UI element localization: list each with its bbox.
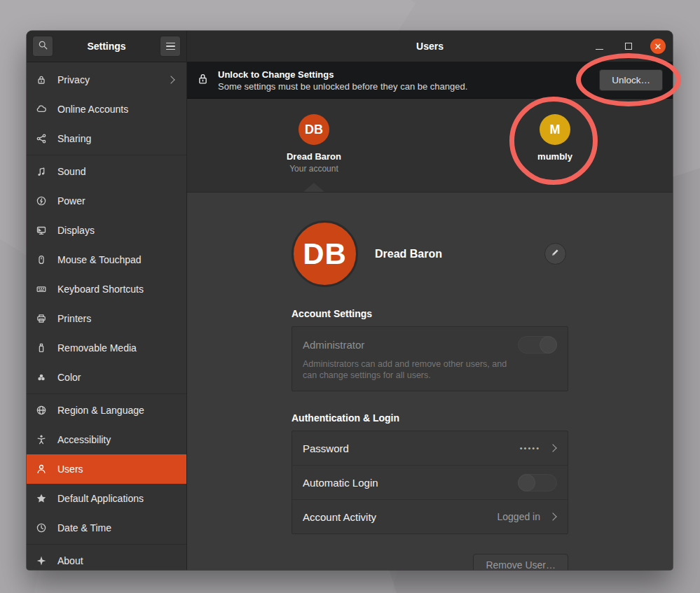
rename-button[interactable] [544, 243, 566, 265]
remove-user-button[interactable]: Remove User… [473, 554, 568, 570]
power-icon [35, 195, 48, 207]
sidebar-item-label: Accessibility [57, 434, 111, 445]
sidebar-separator [27, 155, 186, 155]
sidebar-item-date-time[interactable]: Date & Time [27, 513, 186, 543]
password-value: ••••• [520, 444, 540, 452]
sidebar-nav: Privacy Online Accounts Sharing Sound Po… [27, 62, 186, 570]
sidebar-item-label: Sharing [57, 133, 91, 144]
menu-button[interactable] [160, 36, 181, 57]
sidebar-item-printers[interactable]: Printers [27, 304, 186, 333]
sidebar-item-label: Region & Language [57, 405, 144, 416]
lock-icon [197, 72, 209, 88]
sidebar-item-default-applications[interactable]: Default Applications [27, 484, 186, 513]
user-icon [35, 463, 48, 475]
maximize-button[interactable] [621, 39, 636, 54]
sidebar-item-label: Power [57, 195, 85, 207]
sidebar-item-color[interactable]: Color [27, 363, 186, 392]
printer-icon [35, 313, 48, 324]
sidebar-item-label: Default Applications [57, 493, 144, 504]
avatar-initials: DB [303, 237, 347, 271]
sidebar-item-label: Online Accounts [57, 104, 128, 115]
sidebar-item-label: Date & Time [57, 522, 111, 533]
user-subtitle: Your account [258, 164, 370, 174]
sidebar-item-label: Users [57, 463, 83, 475]
sidebar-item-sharing[interactable]: Sharing [27, 124, 186, 153]
users-panel: Users ✕ Unlock to Change Settings Some s… [187, 31, 673, 570]
pencil-icon [550, 247, 561, 260]
usb-drive-icon [35, 342, 48, 354]
sidebar-separator [27, 393, 186, 394]
sidebar-item-label: Privacy [57, 74, 90, 85]
sidebar-item-sound[interactable]: Sound [27, 157, 186, 186]
sidebar-item-users[interactable]: Users [27, 454, 186, 484]
administrator-description: Administrators can add and remove other … [303, 359, 513, 381]
automatic-login-toggle[interactable] [518, 474, 557, 491]
sidebar-item-displays[interactable]: Displays [27, 216, 186, 245]
sidebar-item-region-language[interactable]: Region & Language [27, 396, 186, 425]
sidebar-item-privacy[interactable]: Privacy [27, 65, 186, 95]
automatic-login-label: Automatic Login [303, 477, 378, 489]
sparkle-icon [35, 555, 48, 566]
app-title: Settings [53, 41, 160, 52]
accessibility-icon [35, 434, 48, 445]
sidebar-item-label: Displays [57, 225, 95, 236]
chevron-right-icon [167, 76, 174, 83]
clock-icon [35, 522, 48, 533]
administrator-label: Administrator [303, 339, 364, 351]
sidebar-item-keyboard-shortcuts[interactable]: Keyboard Shortcuts [27, 274, 186, 304]
account-settings-box: Administrator Administrators can add and… [291, 326, 568, 391]
sidebar-item-label: About [57, 555, 83, 566]
account-activity-row[interactable]: Account Activity Logged in [292, 499, 568, 533]
lock-icon [35, 74, 48, 85]
globe-icon [35, 405, 48, 416]
sidebar-item-online-accounts[interactable]: Online Accounts [27, 95, 186, 124]
sidebar-item-label: Keyboard Shortcuts [57, 284, 144, 295]
auth-box: Password ••••• Automatic Login Account A… [291, 431, 568, 534]
sidebar-item-label: Color [57, 372, 81, 383]
sidebar-item-label: Mouse & Touchpad [57, 254, 142, 265]
sidebar-separator [27, 544, 186, 545]
carousel-user-dread-baron[interactable]: DB Dread Baron Your account [258, 114, 370, 174]
display-icon [35, 225, 48, 236]
sidebar-item-about[interactable]: About [27, 546, 186, 570]
cloud-icon [35, 104, 48, 115]
profile-row: DB Dread Baron [291, 221, 568, 287]
music-note-icon [35, 166, 48, 177]
search-button[interactable] [32, 36, 53, 57]
toggle-knob [540, 336, 557, 354]
auth-heading: Authentication & Login [291, 412, 568, 424]
search-icon [38, 40, 48, 53]
chevron-right-icon [549, 513, 556, 521]
automatic-login-row: Automatic Login [292, 465, 568, 499]
password-row[interactable]: Password ••••• [292, 431, 568, 465]
selected-user-pointer [303, 183, 324, 192]
sidebar-item-mouse-touchpad[interactable]: Mouse & Touchpad [27, 245, 186, 274]
sidebar-item-removable-media[interactable]: Removable Media [27, 333, 186, 363]
sidebar-item-label: Printers [57, 313, 91, 324]
hamburger-menu-icon [166, 43, 175, 50]
user-detail: DB Dread Baron Account Settings Administ… [187, 193, 673, 570]
toggle-knob [518, 474, 535, 491]
avatar-initials: DB [305, 123, 323, 137]
sidebar-item-power[interactable]: Power [27, 186, 186, 216]
administrator-row: Administrator Administrators can add and… [292, 327, 568, 391]
sidebar-item-accessibility[interactable]: Accessibility [27, 425, 186, 454]
banner-text: Unlock to Change Settings Some settings … [218, 69, 467, 92]
avatar: DB [298, 114, 329, 145]
annotation-circle-unlock [576, 53, 681, 106]
sidebar-header: Settings [27, 31, 186, 62]
annotation-circle-mumbly [509, 97, 598, 185]
color-profile-icon [35, 372, 48, 383]
share-icon [35, 133, 48, 144]
keyboard-icon [35, 284, 48, 295]
close-button[interactable]: ✕ [650, 39, 666, 54]
sidebar-item-label: Removable Media [57, 342, 137, 354]
banner-subtitle: Some settings must be unlocked before th… [218, 81, 467, 92]
profile-avatar[interactable]: DB [291, 221, 358, 287]
minimize-button[interactable] [591, 39, 607, 54]
user-carousel: DB Dread Baron Your account M mumbly [187, 99, 673, 193]
sidebar: Settings Privacy Online Accounts Sharing [27, 31, 187, 570]
maximize-icon [625, 43, 632, 50]
administrator-toggle[interactable] [518, 336, 557, 354]
mouse-icon [35, 254, 48, 265]
